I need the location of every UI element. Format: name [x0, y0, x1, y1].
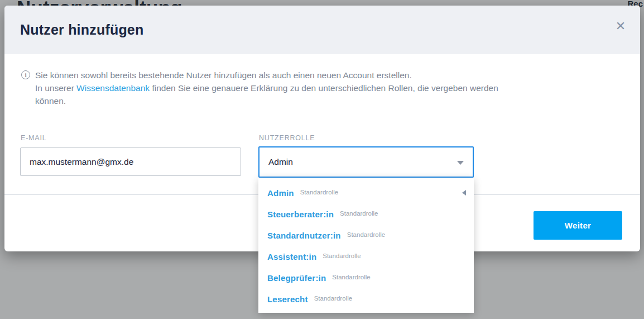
option-name: Belegprüfer:in	[267, 273, 326, 283]
chevron-down-icon	[457, 161, 464, 165]
option-name: Leserecht	[267, 294, 308, 304]
submenu-arrow-icon	[462, 190, 466, 196]
dropdown-option-steuerberater[interactable]: Steuerberater:in Standardrolle	[258, 203, 474, 225]
role-select-value: Admin	[268, 157, 293, 167]
add-user-modal: Nutzer hinzufügen ✕ i Sie können sowohl …	[4, 6, 640, 251]
role-label: NUTZERROLLE	[259, 134, 315, 142]
dropdown-option-belegpruefer[interactable]: Belegprüfer:in Standardrolle	[258, 267, 474, 288]
dropdown-option-leserecht[interactable]: Leserecht Standardrolle	[258, 288, 474, 310]
option-tag: Standardrolle	[332, 274, 370, 280]
email-label: E-MAIL	[21, 134, 46, 142]
option-name: Admin	[267, 188, 294, 198]
option-tag: Standardrolle	[340, 210, 378, 217]
dropdown-option-assistent[interactable]: Assistent:in Standardrolle	[258, 246, 474, 267]
option-tag: Standardrolle	[314, 295, 352, 302]
close-icon[interactable]: ✕	[612, 18, 629, 35]
option-tag: Standardrolle	[323, 253, 361, 259]
option-tag: Standardrolle	[300, 189, 338, 196]
info-text: Sie können sowohl bereits bestehende Nut…	[35, 69, 507, 107]
info-line1: Sie können sowohl bereits bestehende Nut…	[35, 70, 412, 80]
info-banner: i Sie können sowohl bereits bestehende N…	[21, 69, 507, 107]
email-field[interactable]	[20, 147, 241, 176]
modal-header: Nutzer hinzufügen	[4, 6, 640, 54]
option-tag: Standardrolle	[347, 231, 385, 238]
knowledge-base-link[interactable]: Wissensdatenbank	[76, 83, 150, 93]
role-select[interactable]: Admin	[258, 146, 474, 178]
option-name: Steuerberater:in	[267, 210, 334, 219]
role-dropdown-panel: Admin Standardrolle Steuerberater:in Sta…	[258, 178, 474, 313]
modal-title: Nutzer hinzufügen	[20, 22, 143, 38]
option-name: Standardnutzer:in	[267, 231, 341, 240]
dropdown-option-standardnutzer[interactable]: Standardnutzer:in Standardrolle	[258, 225, 474, 246]
option-name: Assistent:in	[267, 252, 316, 261]
dropdown-option-admin[interactable]: Admin Standardrolle	[258, 182, 474, 203]
info-line2-prefix: In unserer	[35, 83, 76, 93]
info-icon: i	[21, 70, 30, 79]
next-button[interactable]: Weiter	[534, 211, 622, 240]
